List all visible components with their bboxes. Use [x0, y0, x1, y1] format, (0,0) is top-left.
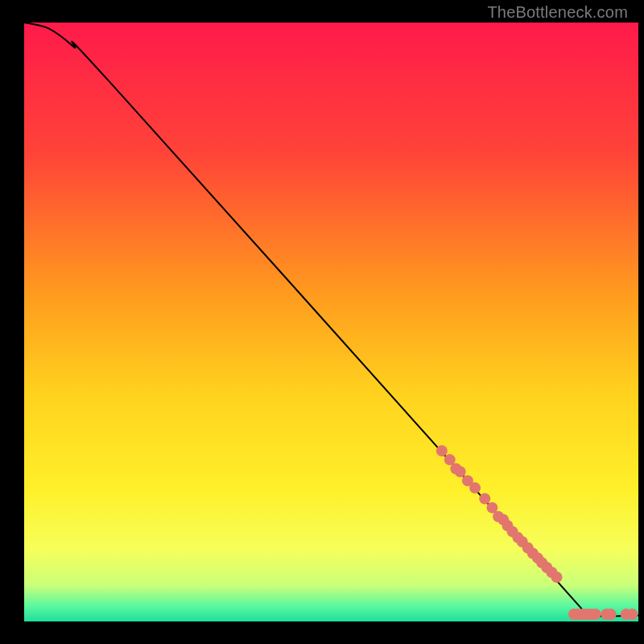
chart-container: TheBottleneck.com [0, 0, 644, 644]
bottleneck-chart [0, 0, 644, 644]
plot-background [24, 23, 638, 621]
data-marker [436, 445, 448, 456]
data-marker [590, 609, 601, 620]
data-marker [551, 572, 563, 583]
data-marker [626, 609, 638, 620]
data-marker [605, 609, 617, 620]
data-marker [479, 493, 490, 504]
data-marker [455, 466, 466, 477]
data-marker [469, 482, 481, 493]
